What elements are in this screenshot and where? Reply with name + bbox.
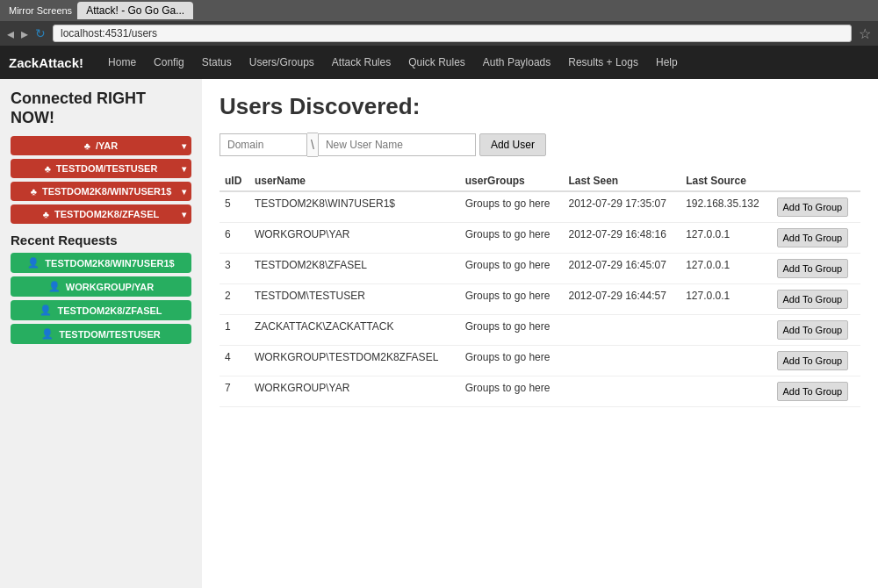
cell-groups: Groups to go here [460, 223, 564, 254]
cell-last-source: 127.0.0.1 [680, 284, 771, 315]
add-user-button[interactable]: Add User [479, 133, 546, 156]
cell-last-seen: 2012-07-29 17:35:07 [563, 191, 680, 223]
cell-action: Add To Group [772, 346, 861, 376]
cell-last-seen [563, 346, 680, 376]
cell-groups: Groups to go here [460, 254, 564, 284]
back-icon[interactable]: ◂ [7, 25, 14, 42]
cell-groups: Groups to go here [460, 284, 564, 315]
table-row: 5 TESTDOM2K8\WIN7USER1$ Groups to go her… [220, 191, 860, 223]
table-row: 4 WORKGROUP\TESTDOM2K8ZFASEL Groups to g… [220, 346, 860, 376]
page-title: Users Discovered: [220, 93, 860, 120]
cell-last-seen: 2012-07-29 16:44:57 [563, 284, 680, 315]
cell-last-source [680, 346, 771, 376]
add-to-group-button[interactable]: Add To Group [777, 290, 849, 309]
cell-username: WORKGROUP\YAR [249, 223, 460, 254]
browser-bar: ◂ ▸ ↻ ☆ [0, 21, 878, 46]
cell-username: ZACKATTACK\ZACKATTACK [249, 315, 460, 346]
table-body: 5 TESTDOM2K8\WIN7USER1$ Groups to go her… [220, 191, 860, 407]
cell-username: WORKGROUP\TESTDOM2K8ZFASEL [249, 346, 460, 376]
cell-last-source [680, 315, 771, 346]
table-row: 3 TESTDOM2K8\ZFASEL Groups to go here 20… [220, 254, 860, 284]
forward-icon[interactable]: ▸ [21, 25, 28, 42]
active-session-btn[interactable]: ♣TESTDOM2K8/ZFASEL▾ [11, 204, 191, 224]
cell-last-source [680, 376, 771, 407]
slash-divider: \ [307, 133, 318, 157]
cell-last-seen: 2012-07-29 16:45:07 [563, 254, 680, 284]
nav-link-attack-rules[interactable]: Attack Rules [325, 53, 398, 72]
domain-input[interactable] [220, 133, 307, 156]
add-to-group-button[interactable]: Add To Group [777, 197, 849, 217]
cell-uid: 1 [220, 315, 249, 346]
cell-action: Add To Group [772, 223, 861, 254]
add-to-group-button[interactable]: Add To Group [777, 259, 849, 278]
cell-username: WORKGROUP\YAR [249, 376, 460, 407]
nav-link-users-groups[interactable]: Users/Groups [242, 53, 321, 72]
add-to-group-button[interactable]: Add To Group [777, 320, 849, 340]
table-row: 1 ZACKATTACK\ZACKATTACK Groups to go her… [220, 315, 860, 346]
cell-action: Add To Group [772, 254, 861, 284]
add-to-group-button[interactable]: Add To Group [777, 228, 849, 247]
nav-link-status[interactable]: Status [195, 53, 239, 72]
recent-request-btn[interactable]: 👤TESTDOM/TESTUSER [11, 324, 191, 344]
address-bar[interactable] [53, 25, 852, 42]
table-col-username: userName [249, 171, 460, 191]
nav-link-home[interactable]: Home [101, 53, 143, 72]
recent-requests-title: Recent Requests [11, 233, 191, 247]
table-row: 6 WORKGROUP\YAR Groups to go here 2012-0… [220, 223, 860, 254]
cell-last-source: 192.168.35.132 [680, 191, 771, 223]
main-content: Users Discovered: \ Add User uIDuserName… [202, 79, 878, 588]
cell-uid: 5 [220, 191, 249, 223]
nav-link-quick-rules[interactable]: Quick Rules [401, 53, 472, 72]
main-layout: Connected RIGHT NOW! ♣/YAR▾♣TESTDOM/TEST… [0, 79, 878, 588]
recent-request-btn[interactable]: 👤TESTDOM2K8/ZFASEL [11, 300, 191, 320]
nav-link-auth-payloads[interactable]: Auth Payloads [476, 53, 558, 72]
active-tab[interactable]: Attack! - Go Go Ga... [77, 2, 193, 19]
cell-username: TESTDOM2K8\WIN7USER1$ [249, 191, 460, 223]
cell-uid: 4 [220, 346, 249, 376]
nav-link-help[interactable]: Help [649, 53, 685, 72]
table-header: uIDuserNameuserGroupsLast SeenLast Sourc… [220, 171, 860, 191]
table-col-last-source: Last Source [680, 171, 771, 191]
cell-last-source: 127.0.0.1 [680, 223, 771, 254]
cell-uid: 2 [220, 284, 249, 315]
cell-groups: Groups to go here [460, 376, 564, 407]
active-session-btn[interactable]: ♣/YAR▾ [11, 136, 191, 155]
table-col-last-seen: Last Seen [563, 171, 680, 191]
bookmark-icon[interactable]: ☆ [859, 25, 871, 42]
main-nav: ZackAttack! HomeConfigStatusUsers/Groups… [0, 46, 878, 79]
nav-links: HomeConfigStatusUsers/GroupsAttack Rules… [101, 53, 685, 72]
cell-action: Add To Group [772, 284, 861, 315]
cell-uid: 3 [220, 254, 249, 284]
recent-request-btn[interactable]: 👤TESTDOM2K8/WIN7USER1$ [11, 253, 191, 273]
cell-uid: 6 [220, 223, 249, 254]
table-col- [772, 171, 861, 191]
add-to-group-button[interactable]: Add To Group [777, 351, 849, 370]
tab-bar: Mirror Screens Attack! - Go Go Ga... [0, 0, 878, 21]
cell-last-seen [563, 376, 680, 407]
cell-groups: Groups to go here [460, 191, 564, 223]
mirror-screens-label: Mirror Screens [4, 4, 77, 18]
connected-status: Connected RIGHT NOW! [11, 90, 191, 127]
table-row: 7 WORKGROUP\YAR Groups to go here Add To… [220, 376, 860, 407]
cell-last-seen [563, 315, 680, 346]
users-table: uIDuserNameuserGroupsLast SeenLast Sourc… [220, 171, 860, 407]
cell-action: Add To Group [772, 376, 861, 407]
new-username-input[interactable] [318, 133, 476, 156]
nav-link-config[interactable]: Config [147, 53, 191, 72]
recent-request-btn[interactable]: 👤WORKGROUP/YAR [11, 276, 191, 297]
active-session-btn[interactable]: ♣TESTDOM/TESTUSER▾ [11, 159, 191, 178]
add-to-group-button[interactable]: Add To Group [777, 382, 849, 401]
sidebar: Connected RIGHT NOW! ♣/YAR▾♣TESTDOM/TEST… [0, 79, 202, 588]
cell-action: Add To Group [772, 315, 861, 346]
active-session-btn[interactable]: ♣TESTDOM2K8/WIN7USER1$▾ [11, 182, 191, 201]
table-col-uid: uID [220, 171, 249, 191]
brand-logo: ZackAttack! [9, 55, 83, 70]
cell-last-source: 127.0.0.1 [680, 254, 771, 284]
refresh-icon[interactable]: ↻ [35, 26, 46, 40]
cell-groups: Groups to go here [460, 315, 564, 346]
cell-last-seen: 2012-07-29 16:48:16 [563, 223, 680, 254]
cell-groups: Groups to go here [460, 346, 564, 376]
table-row: 2 TESTDOM\TESTUSER Groups to go here 201… [220, 284, 860, 315]
cell-username: TESTDOM\TESTUSER [249, 284, 460, 315]
nav-link-results---logs[interactable]: Results + Logs [561, 53, 645, 72]
